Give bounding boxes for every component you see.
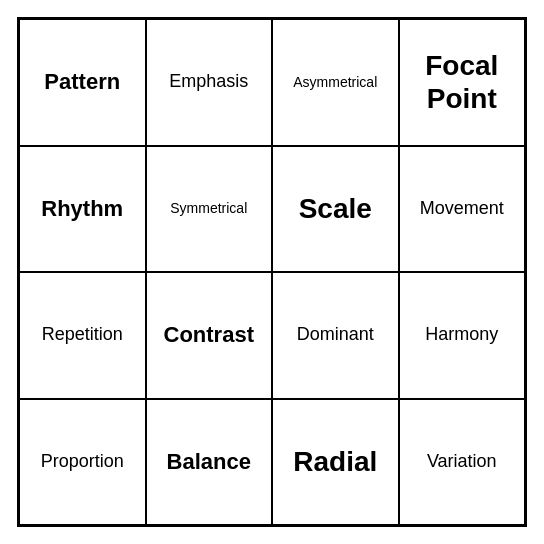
bingo-cell-r3c2: Radial <box>272 399 399 526</box>
cell-label: Dominant <box>297 324 374 346</box>
cell-label: Repetition <box>42 324 123 346</box>
bingo-grid: PatternEmphasisAsymmetricalFocal PointRh… <box>19 19 525 525</box>
bingo-cell-r0c3: Focal Point <box>399 19 526 146</box>
bingo-cell-r1c1: Symmetrical <box>146 146 273 273</box>
bingo-cell-r2c3: Harmony <box>399 272 526 399</box>
bingo-cell-r3c3: Variation <box>399 399 526 526</box>
bingo-cell-r0c0: Pattern <box>19 19 146 146</box>
cell-label: Rhythm <box>41 196 123 222</box>
bingo-cell-r1c0: Rhythm <box>19 146 146 273</box>
bingo-board: PatternEmphasisAsymmetricalFocal PointRh… <box>17 17 527 527</box>
bingo-cell-r2c2: Dominant <box>272 272 399 399</box>
cell-label: Focal Point <box>406 49 519 116</box>
bingo-cell-r0c1: Emphasis <box>146 19 273 146</box>
cell-label: Radial <box>293 445 377 479</box>
cell-label: Symmetrical <box>170 200 247 217</box>
cell-label: Contrast <box>164 322 254 348</box>
bingo-cell-r3c0: Proportion <box>19 399 146 526</box>
bingo-cell-r3c1: Balance <box>146 399 273 526</box>
cell-label: Movement <box>420 198 504 220</box>
bingo-cell-r2c1: Contrast <box>146 272 273 399</box>
cell-label: Variation <box>427 451 497 473</box>
cell-label: Pattern <box>44 69 120 95</box>
cell-label: Scale <box>299 192 372 226</box>
bingo-cell-r0c2: Asymmetrical <box>272 19 399 146</box>
cell-label: Emphasis <box>169 71 248 93</box>
bingo-cell-r1c2: Scale <box>272 146 399 273</box>
cell-label: Asymmetrical <box>293 74 377 91</box>
cell-label: Proportion <box>41 451 124 473</box>
cell-label: Harmony <box>425 324 498 346</box>
bingo-cell-r2c0: Repetition <box>19 272 146 399</box>
bingo-cell-r1c3: Movement <box>399 146 526 273</box>
cell-label: Balance <box>167 449 251 475</box>
